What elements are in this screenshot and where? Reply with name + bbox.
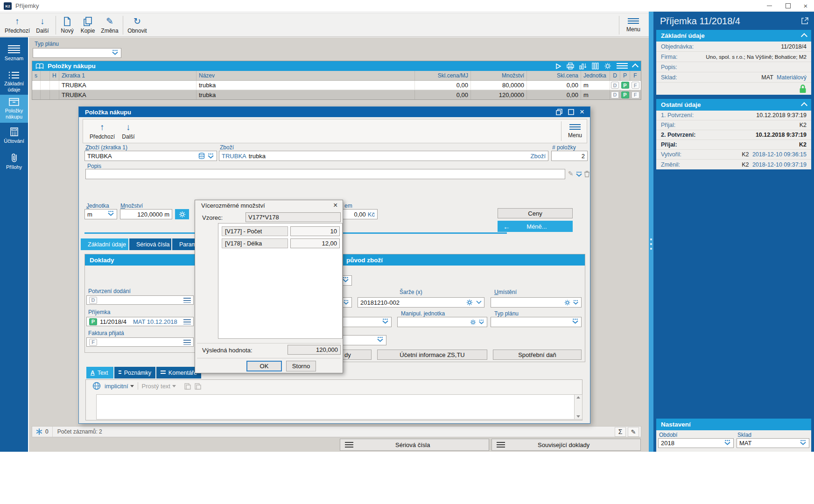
scroll-down-icon[interactable] (576, 415, 580, 418)
dropdown-icon[interactable] (342, 277, 349, 284)
potvrzeni-dodani-field[interactable]: D (86, 295, 194, 305)
spotrebni-dan-button[interactable]: Spotřební daň (493, 350, 582, 360)
col-nazev[interactable]: Název (196, 71, 415, 80)
obdobi-combo[interactable]: 2018 (658, 438, 734, 448)
storno-button[interactable]: Storno (286, 361, 316, 371)
row-value-link[interactable]: Materiálový (777, 74, 807, 81)
col-mnozstvi[interactable]: Množství (471, 71, 527, 80)
dimensions-gear-button[interactable] (175, 209, 189, 219)
sum-button[interactable]: Σ (615, 427, 626, 437)
collapse-icon[interactable] (801, 33, 807, 40)
col-zkratka[interactable]: Zkratka 1 (59, 71, 196, 80)
globe-icon[interactable] (92, 382, 101, 390)
close-icon[interactable]: × (333, 201, 337, 210)
dropdown-icon[interactable] (112, 49, 119, 57)
dialog-titlebar[interactable]: Položka nákupu × (79, 107, 590, 117)
print-icon[interactable] (567, 63, 574, 70)
menu-icon[interactable] (183, 340, 191, 345)
manipul-jednotka-field[interactable] (397, 317, 487, 327)
close-icon[interactable]: × (580, 107, 584, 117)
dropdown-icon[interactable] (107, 210, 114, 218)
souvisejici-doklady-button[interactable]: Související doklady (491, 439, 641, 451)
col-d[interactable]: D (610, 71, 620, 80)
previous-button[interactable]: ↑ Předchozí (4, 15, 31, 35)
menu-icon[interactable] (183, 319, 191, 324)
restore-icon[interactable] (556, 109, 562, 115)
vertical-scrollbar[interactable] (574, 395, 582, 419)
minimize-button[interactable] (760, 0, 779, 12)
sidebar-item-uctovani[interactable]: Účtování (0, 123, 28, 148)
paste-icon[interactable] (184, 383, 191, 390)
gear-icon[interactable] (470, 319, 476, 325)
col-blank[interactable] (41, 71, 50, 80)
maximize-button[interactable] (779, 0, 797, 12)
edit-button[interactable]: ✎ (628, 427, 639, 437)
implicitni-dropdown[interactable]: implicitní (105, 383, 134, 390)
zbozi-field[interactable]: TRUBKA trubka Zboží (219, 151, 548, 161)
maximize-icon[interactable] (568, 109, 574, 115)
chevron-down-icon[interactable] (476, 301, 482, 304)
stack-icon[interactable] (198, 153, 205, 159)
table-row-selected[interactable]: TRUBKA trubka 0,00 120,0000 0,00 m D P F (32, 90, 641, 99)
tab-zakladni-udaje[interactable]: Základní údaje (81, 238, 128, 250)
dropdown-icon[interactable] (343, 300, 349, 305)
dropdown-icon[interactable] (573, 300, 579, 305)
dropdown-icon[interactable] (207, 153, 214, 159)
mene-button[interactable]: ← Méně... (498, 221, 573, 232)
menu-icon[interactable] (183, 298, 191, 303)
variable-value-field[interactable]: 10 (290, 226, 340, 236)
sidebar-item-seznam[interactable]: Seznam (0, 40, 28, 67)
col-cena-mj[interactable]: Skl.cena/MJ (415, 71, 471, 80)
panel-splitter[interactable] (649, 12, 653, 452)
sarze-field[interactable]: 20181210-002 (358, 297, 484, 308)
dropdown-icon[interactable] (575, 171, 582, 177)
text-area[interactable] (96, 394, 582, 420)
col-s[interactable]: s (32, 71, 41, 80)
dropdown-icon[interactable] (572, 318, 579, 326)
settings-gear-icon[interactable] (604, 63, 611, 70)
dropdown-icon[interactable] (382, 318, 389, 326)
flag-button[interactable]: 0 (32, 427, 53, 437)
dropdown-icon[interactable] (800, 440, 807, 447)
prosty-text-dropdown[interactable]: Prostý text (142, 383, 176, 390)
next-button[interactable]: ↓ Další (118, 121, 139, 141)
dropdown-icon[interactable] (478, 319, 484, 325)
trash-icon[interactable] (584, 170, 590, 177)
dialog-menu-button[interactable]: Menu (564, 121, 586, 141)
variable-value-field[interactable]: 12,00 (290, 238, 340, 248)
seriova-cisla-button[interactable]: Sériová čísla (340, 439, 489, 451)
collapse-icon[interactable] (801, 102, 807, 109)
edit-icon[interactable]: ✎ (568, 170, 574, 177)
columns-icon[interactable] (592, 63, 599, 70)
change-button[interactable]: ✎ Změna (99, 15, 120, 35)
external-link-icon[interactable] (801, 17, 809, 25)
sidebar-item-zakladni-udaje[interactable]: Základní údaje (0, 69, 28, 95)
tab-text[interactable]: A Text (86, 367, 113, 378)
collapse-icon[interactable] (632, 63, 639, 70)
sidebar-item-prilohy[interactable]: Přílohy (0, 148, 28, 174)
umisteni-field[interactable] (491, 297, 582, 308)
col-p[interactable]: P (620, 71, 630, 80)
play-icon[interactable] (555, 63, 561, 70)
zbozi-link[interactable]: Zboží (530, 153, 546, 160)
ceny-button[interactable]: Ceny (498, 208, 573, 218)
gear-icon[interactable] (564, 300, 570, 306)
scroll-up-icon[interactable] (576, 396, 580, 399)
menu-button[interactable]: Menu (622, 15, 645, 35)
typ-planu-filter-combo[interactable] (33, 48, 121, 58)
close-button[interactable]: × (797, 0, 814, 12)
col-jednotka[interactable]: Jednotka (581, 71, 610, 80)
grid-menu-icon[interactable] (617, 63, 628, 70)
typ-planu-field[interactable] (491, 317, 582, 327)
copy-button[interactable]: Kopie (77, 15, 98, 35)
new-button[interactable]: Nový (58, 15, 77, 35)
col-f[interactable]: F (630, 71, 640, 80)
modal-titlebar[interactable]: Vícerozměrné množství × (195, 200, 343, 210)
popis-field[interactable] (85, 169, 565, 179)
faktura-prijata-field[interactable]: F (86, 337, 194, 347)
dropdown-icon[interactable] (377, 336, 384, 344)
sklad-combo[interactable]: MAT (737, 438, 809, 448)
tab-poznamky[interactable]: Poznámky (114, 367, 155, 378)
next-button[interactable]: ↓ Další (32, 15, 53, 35)
gear-icon[interactable] (466, 299, 473, 306)
